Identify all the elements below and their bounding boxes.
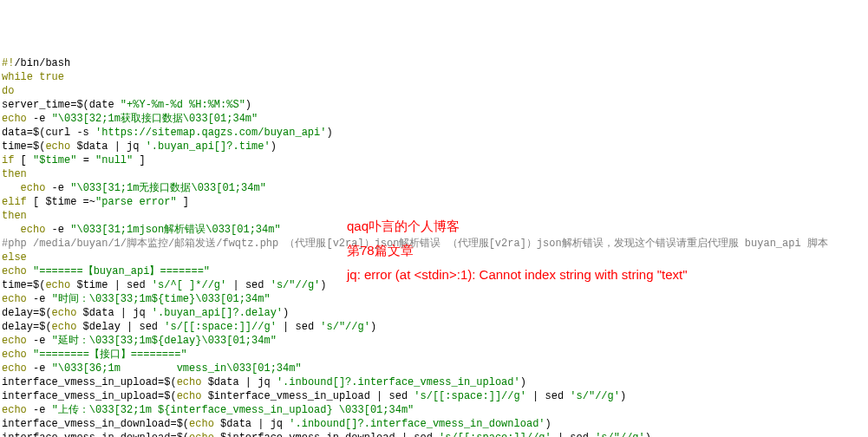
code-token: | sed bbox=[551, 432, 595, 437]
code-token: interface_vmess_in_upload=$( bbox=[2, 390, 177, 402]
code-token: $interface_vmess_in_download | sed bbox=[214, 432, 439, 437]
code-line: interface_vmess_in_upload=$(echo $data |… bbox=[2, 375, 866, 389]
code-token: -e bbox=[27, 113, 52, 125]
code-token: 's/"//g' bbox=[595, 432, 645, 437]
code-token: '.inbound[]?.interface_vmess_in_upload' bbox=[277, 376, 520, 388]
code-line: then bbox=[2, 167, 866, 181]
code-token: echo bbox=[177, 390, 202, 402]
code-token: 's/"//g' bbox=[320, 321, 370, 333]
code-line: elif [ $time =~"parse error" ] bbox=[2, 195, 866, 209]
code-token: 's/^[ ]*//g' bbox=[152, 279, 226, 291]
code-token: ) bbox=[271, 140, 277, 153]
code-token: if bbox=[2, 154, 14, 166]
code-block: #!/bin/bashwhile truedoserver_time=$(dat… bbox=[0, 55, 868, 437]
code-token: then bbox=[2, 210, 27, 222]
code-token: 's/"//g' bbox=[570, 390, 620, 402]
code-token: echo bbox=[21, 182, 46, 194]
code-token: interface_vmess_in_download=$( bbox=[2, 432, 189, 437]
code-token: /bin/bash bbox=[14, 57, 70, 69]
code-token: echo bbox=[189, 432, 214, 437]
code-token: ) bbox=[245, 99, 251, 111]
code-token: -e bbox=[27, 362, 52, 375]
code-token: time=$( bbox=[2, 279, 45, 291]
code-token: | sed bbox=[226, 279, 270, 291]
code-line: #php /media/buyan/1/脚本监控/邮箱发送/fwqtz.php … bbox=[2, 237, 866, 251]
code-token: ) bbox=[320, 279, 326, 291]
code-token: ] bbox=[133, 154, 145, 166]
code-token: | sed bbox=[526, 390, 570, 402]
code-token: "$time" bbox=[33, 154, 76, 166]
code-token: while true bbox=[2, 71, 64, 83]
code-line: interface_vmess_in_download=$(echo $data… bbox=[2, 417, 866, 431]
code-token: else bbox=[2, 251, 27, 264]
code-token: $data | jq bbox=[201, 376, 276, 388]
code-token: ) bbox=[645, 432, 651, 437]
overlay-article-number: 第78篇文章 bbox=[347, 244, 414, 258]
code-token: echo bbox=[2, 362, 27, 375]
code-token: "\033[31;1m无接口数据\033[01;34m" bbox=[70, 182, 266, 194]
code-token: delay=$( bbox=[2, 321, 52, 333]
code-line: echo "========【接口】========" bbox=[2, 348, 866, 362]
code-token: echo bbox=[2, 293, 27, 305]
code-token: $data | jq bbox=[70, 140, 145, 153]
code-line: echo -e "上传：\033[32;1m ${interface_vmess… bbox=[2, 403, 866, 417]
code-token: echo bbox=[2, 335, 27, 347]
code-token bbox=[2, 224, 21, 236]
code-token: $time | sed bbox=[70, 279, 152, 291]
code-line: time=$(echo $data | jq '.buyan_api[]?.ti… bbox=[2, 140, 866, 153]
code-token: = bbox=[76, 154, 95, 166]
code-token: 's/[[:space:]]//g' bbox=[439, 432, 551, 437]
code-token bbox=[2, 182, 21, 194]
code-token: "null" bbox=[95, 154, 133, 166]
code-token: echo bbox=[2, 113, 27, 125]
code-token: '.buyan_api[]?.delay' bbox=[152, 307, 283, 319]
code-line: server_time=$(date "+%Y-%m-%d %H:%M:%S") bbox=[2, 98, 866, 112]
code-line: echo -e "\033[32;1m获取接口数据\033[01;34m" bbox=[2, 112, 866, 126]
code-token: echo bbox=[177, 376, 202, 388]
code-line: interface_vmess_in_download=$(echo $inte… bbox=[2, 431, 866, 437]
code-line: do bbox=[2, 84, 866, 98]
code-token: 's/[[:space:]]//g' bbox=[164, 321, 277, 333]
code-token: "========【接口】========" bbox=[33, 349, 187, 361]
overlay-jq-error: jq: error (at <stdin>:1): Cannot index s… bbox=[347, 268, 688, 282]
code-token: "\033[31;1mjson解析错误\033[01;34m" bbox=[70, 224, 280, 236]
code-line: while true bbox=[2, 70, 866, 84]
code-token: ) bbox=[283, 307, 289, 319]
code-token: elif bbox=[2, 196, 27, 208]
code-token: delay=$( bbox=[2, 307, 52, 319]
code-token: echo bbox=[2, 404, 27, 416]
code-token: [ $time =~ bbox=[27, 196, 95, 208]
code-token bbox=[27, 265, 33, 277]
code-token: ) bbox=[370, 321, 376, 333]
code-line: echo -e "延时：\033[33;1m${delay}\033[01;34… bbox=[2, 334, 866, 348]
code-token: "=======【buyan_api】=======" bbox=[33, 265, 210, 277]
code-token: ) bbox=[620, 390, 626, 402]
code-line: interface_vmess_in_upload=$(echo $interf… bbox=[2, 389, 866, 403]
code-line: #!/bin/bash bbox=[2, 56, 866, 70]
code-token: 's/[[:space:]]//g' bbox=[414, 390, 526, 402]
code-token: "\033[32;1m获取接口数据\033[01;34m" bbox=[52, 113, 258, 125]
code-token: $interface_vmess_in_upload | sed bbox=[201, 390, 414, 402]
code-token: ) bbox=[545, 418, 551, 430]
code-token: -e bbox=[27, 404, 52, 416]
code-token: | sed bbox=[277, 321, 320, 333]
code-token: "\033[36;1m vmess_in\033[01;34m" bbox=[52, 362, 302, 375]
code-token: "上传：\033[32;1m ${interface_vmess_in_uplo… bbox=[52, 404, 414, 416]
code-token: -e bbox=[27, 335, 52, 347]
code-token: [ bbox=[14, 154, 33, 166]
code-line: echo -e "\033[36;1m vmess_in\033[01;34m" bbox=[2, 362, 866, 375]
code-token: #! bbox=[2, 57, 14, 69]
code-token: interface_vmess_in_download=$( bbox=[2, 418, 189, 430]
code-token: then bbox=[2, 168, 27, 180]
code-token: echo bbox=[45, 279, 70, 291]
code-token: -e bbox=[45, 224, 70, 236]
code-token: ) bbox=[520, 376, 526, 388]
code-token: "延时：\033[33;1m${delay}\033[01;34m" bbox=[52, 335, 277, 347]
code-token: echo bbox=[21, 224, 46, 236]
code-token: echo bbox=[52, 307, 77, 319]
code-token: $delay | sed bbox=[76, 321, 164, 333]
code-token: interface_vmess_in_upload=$( bbox=[2, 376, 177, 388]
code-line: delay=$(echo $data | jq '.buyan_api[]?.d… bbox=[2, 306, 866, 320]
code-line: data=$(curl -s 'https://sitemap.qagzs.co… bbox=[2, 126, 866, 140]
code-token: $data | jq bbox=[214, 418, 289, 430]
